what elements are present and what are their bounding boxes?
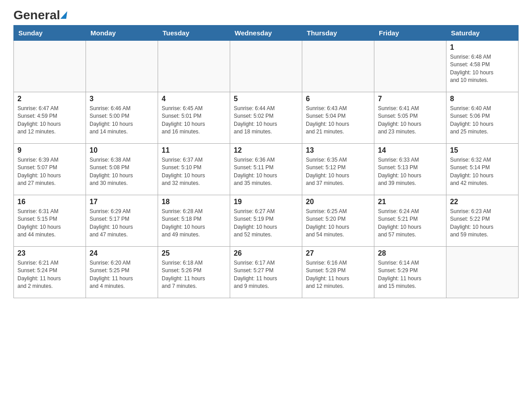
day-number: 9 [17,146,82,154]
day-cell: 22Sunrise: 6:23 AM Sunset: 5:22 PM Dayli… [446,195,519,247]
day-cell: 28Sunrise: 6:14 AM Sunset: 5:29 PM Dayli… [374,247,446,298]
day-info: Sunrise: 6:45 AM Sunset: 5:01 PM Dayligh… [162,105,226,136]
day-info: Sunrise: 6:21 AM Sunset: 5:24 PM Dayligh… [17,259,82,291]
day-number: 17 [90,198,154,206]
day-header-monday: Monday [86,26,158,41]
day-cell: 23Sunrise: 6:21 AM Sunset: 5:24 PM Dayli… [14,247,86,298]
day-info: Sunrise: 6:44 AM Sunset: 5:02 PM Dayligh… [234,105,298,136]
day-number: 10 [90,146,154,154]
day-number: 14 [378,146,442,154]
day-number: 22 [450,198,515,206]
day-info: Sunrise: 6:38 AM Sunset: 5:08 PM Dayligh… [90,156,154,188]
day-info: Sunrise: 6:40 AM Sunset: 5:06 PM Dayligh… [450,105,515,136]
day-info: Sunrise: 6:24 AM Sunset: 5:21 PM Dayligh… [378,208,442,239]
week-row-3: 9Sunrise: 6:39 AM Sunset: 5:07 PM Daylig… [14,144,519,195]
day-cell: 14Sunrise: 6:33 AM Sunset: 5:13 PM Dayli… [374,144,446,195]
day-info: Sunrise: 6:41 AM Sunset: 5:05 PM Dayligh… [378,105,442,136]
day-cell: 2Sunrise: 6:47 AM Sunset: 4:59 PM Daylig… [14,92,86,144]
day-info: Sunrise: 6:29 AM Sunset: 5:17 PM Dayligh… [90,208,154,239]
day-cell [86,41,158,92]
day-header-tuesday: Tuesday [158,26,230,41]
day-header-sunday: Sunday [14,26,86,41]
day-info: Sunrise: 6:18 AM Sunset: 5:26 PM Dayligh… [162,259,226,291]
day-number: 6 [306,95,370,103]
week-row-4: 16Sunrise: 6:31 AM Sunset: 5:15 PM Dayli… [14,195,519,247]
day-number: 7 [378,95,442,103]
day-cell [14,41,86,92]
day-number: 11 [162,146,226,154]
day-cell: 15Sunrise: 6:32 AM Sunset: 5:14 PM Dayli… [446,144,519,195]
day-cell: 5Sunrise: 6:44 AM Sunset: 5:02 PM Daylig… [230,92,302,144]
day-info: Sunrise: 6:47 AM Sunset: 4:59 PM Dayligh… [17,105,82,136]
day-cell: 21Sunrise: 6:24 AM Sunset: 5:21 PM Dayli… [374,195,446,247]
day-info: Sunrise: 6:28 AM Sunset: 5:18 PM Dayligh… [162,208,226,239]
week-row-1: 1Sunrise: 6:48 AM Sunset: 4:58 PM Daylig… [14,41,519,92]
day-cell [230,41,302,92]
day-cell: 17Sunrise: 6:29 AM Sunset: 5:17 PM Dayli… [86,195,158,247]
day-info: Sunrise: 6:48 AM Sunset: 4:58 PM Dayligh… [450,53,515,85]
calendar-table: SundayMondayTuesdayWednesdayThursdayFrid… [13,25,519,298]
day-cell: 9Sunrise: 6:39 AM Sunset: 5:07 PM Daylig… [14,144,86,195]
day-cell: 25Sunrise: 6:18 AM Sunset: 5:26 PM Dayli… [158,247,230,298]
day-cell [446,247,519,298]
week-row-5: 23Sunrise: 6:21 AM Sunset: 5:24 PM Dayli… [14,247,519,298]
week-row-2: 2Sunrise: 6:47 AM Sunset: 4:59 PM Daylig… [14,92,519,144]
day-cell: 1Sunrise: 6:48 AM Sunset: 4:58 PM Daylig… [446,41,519,92]
day-info: Sunrise: 6:17 AM Sunset: 5:27 PM Dayligh… [234,259,298,291]
day-cell: 12Sunrise: 6:36 AM Sunset: 5:11 PM Dayli… [230,144,302,195]
day-cell: 11Sunrise: 6:37 AM Sunset: 5:10 PM Dayli… [158,144,230,195]
day-number: 8 [450,95,515,103]
day-number: 19 [234,198,298,206]
day-info: Sunrise: 6:32 AM Sunset: 5:14 PM Dayligh… [450,156,515,188]
day-info: Sunrise: 6:39 AM Sunset: 5:07 PM Dayligh… [17,156,82,188]
day-info: Sunrise: 6:31 AM Sunset: 5:15 PM Dayligh… [17,208,82,239]
page-header: General [13,9,519,21]
day-cell: 10Sunrise: 6:38 AM Sunset: 5:08 PM Dayli… [86,144,158,195]
day-number: 16 [17,198,82,206]
day-info: Sunrise: 6:25 AM Sunset: 5:20 PM Dayligh… [306,208,370,239]
day-number: 3 [90,95,154,103]
day-info: Sunrise: 6:35 AM Sunset: 5:12 PM Dayligh… [306,156,370,188]
day-cell: 18Sunrise: 6:28 AM Sunset: 5:18 PM Dayli… [158,195,230,247]
day-number: 2 [17,95,82,103]
day-info: Sunrise: 6:20 AM Sunset: 5:25 PM Dayligh… [90,259,154,291]
day-number: 27 [306,249,370,257]
day-info: Sunrise: 6:36 AM Sunset: 5:11 PM Dayligh… [234,156,298,188]
day-number: 24 [90,249,154,257]
day-cell: 13Sunrise: 6:35 AM Sunset: 5:12 PM Dayli… [302,144,374,195]
day-cell: 3Sunrise: 6:46 AM Sunset: 5:00 PM Daylig… [86,92,158,144]
days-header-row: SundayMondayTuesdayWednesdayThursdayFrid… [14,26,519,41]
day-header-thursday: Thursday [302,26,374,41]
day-info: Sunrise: 6:14 AM Sunset: 5:29 PM Dayligh… [378,259,442,291]
day-info: Sunrise: 6:33 AM Sunset: 5:13 PM Dayligh… [378,156,442,188]
day-cell: 4Sunrise: 6:45 AM Sunset: 5:01 PM Daylig… [158,92,230,144]
logo-top: General [13,9,67,21]
day-number: 12 [234,146,298,154]
day-cell: 8Sunrise: 6:40 AM Sunset: 5:06 PM Daylig… [446,92,519,144]
day-cell: 26Sunrise: 6:17 AM Sunset: 5:27 PM Dayli… [230,247,302,298]
day-number: 5 [234,95,298,103]
day-info: Sunrise: 6:37 AM Sunset: 5:10 PM Dayligh… [162,156,226,188]
day-cell: 16Sunrise: 6:31 AM Sunset: 5:15 PM Dayli… [14,195,86,247]
day-number: 20 [306,198,370,206]
day-cell [302,41,374,92]
day-number: 25 [162,249,226,257]
day-header-saturday: Saturday [446,26,519,41]
day-number: 18 [162,198,226,206]
day-cell: 7Sunrise: 6:41 AM Sunset: 5:05 PM Daylig… [374,92,446,144]
day-info: Sunrise: 6:16 AM Sunset: 5:28 PM Dayligh… [306,259,370,291]
day-number: 4 [162,95,226,103]
day-info: Sunrise: 6:23 AM Sunset: 5:22 PM Dayligh… [450,208,515,239]
day-number: 28 [378,249,442,257]
day-number: 13 [306,146,370,154]
day-cell: 20Sunrise: 6:25 AM Sunset: 5:20 PM Dayli… [302,195,374,247]
day-info: Sunrise: 6:27 AM Sunset: 5:19 PM Dayligh… [234,208,298,239]
day-header-friday: Friday [374,26,446,41]
day-number: 26 [234,249,298,257]
day-cell: 24Sunrise: 6:20 AM Sunset: 5:25 PM Dayli… [86,247,158,298]
day-cell: 27Sunrise: 6:16 AM Sunset: 5:28 PM Dayli… [302,247,374,298]
day-number: 23 [17,249,82,257]
logo: General [13,9,67,21]
day-number: 1 [450,43,515,51]
day-info: Sunrise: 6:46 AM Sunset: 5:00 PM Dayligh… [90,105,154,136]
